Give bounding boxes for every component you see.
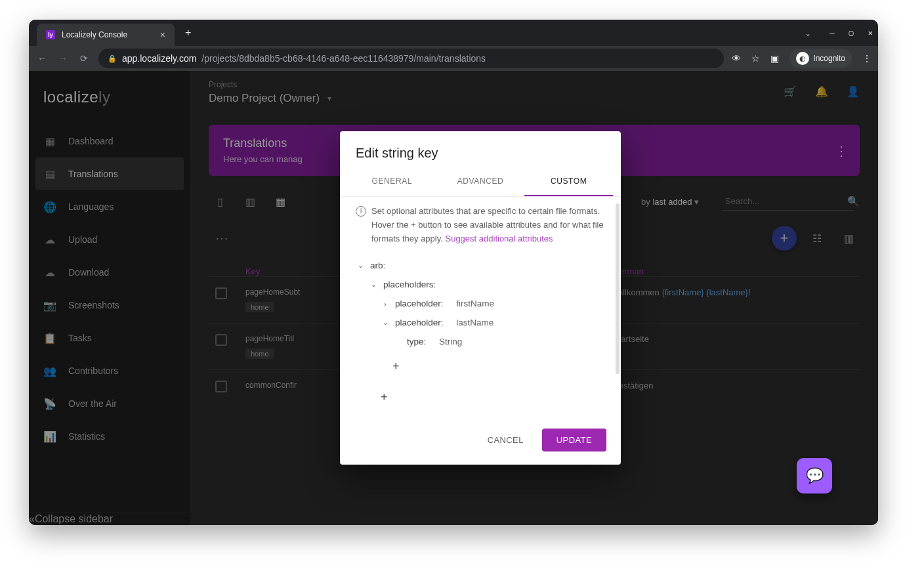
bookmark-icon[interactable]: ☆ <box>751 53 760 64</box>
tree-node-placeholders[interactable]: ⌄placeholders: <box>356 275 605 294</box>
new-tab-button[interactable]: + <box>180 24 196 41</box>
browser-titlebar: ly Localizely Console × + ⌄ — ▢ ✕ <box>29 20 878 46</box>
eye-off-icon[interactable]: 👁 <box>732 53 741 64</box>
tab-close-icon[interactable]: × <box>160 30 165 40</box>
tree-node-placeholder-lastname[interactable]: ⌄placeholder: lastName <box>356 313 605 332</box>
browser-toolbar: ← → ⟳ 🔒 app.localizely.com/projects/8dbd… <box>29 46 878 71</box>
add-attribute-button[interactable]: + <box>392 356 400 377</box>
dialog-title: Edit string key <box>340 131 621 167</box>
info-text: Set optional attributes that are specifi… <box>371 205 605 245</box>
chevron-down-icon[interactable]: ⌄ <box>381 318 390 327</box>
incognito-badge: ◐ Incognito <box>789 49 852 68</box>
url-bar[interactable]: 🔒 app.localizely.com/projects/8dbda8b5-c… <box>98 49 724 68</box>
tab-advanced[interactable]: ADVANCED <box>436 167 525 196</box>
tree-node-type: type: String <box>356 332 605 351</box>
cancel-button[interactable]: CANCEL <box>481 430 530 450</box>
tab-title: Localizely Console <box>62 30 127 39</box>
url-host: app.localizely.com <box>122 53 196 64</box>
update-button[interactable]: UPDATE <box>542 429 606 452</box>
add-placeholder-button[interactable]: + <box>381 387 388 408</box>
chevron-right-icon[interactable]: › <box>381 300 390 308</box>
chevron-down-icon[interactable]: ⌄ <box>356 261 365 270</box>
forward-icon[interactable]: → <box>56 53 70 64</box>
tree-node-placeholder-firstname[interactable]: ›placeholder: firstName <box>356 294 605 313</box>
url-path: /projects/8dbda8b5-cb68-4146-a648-eec116… <box>201 53 486 64</box>
favicon-icon: ly <box>46 30 55 39</box>
chat-fab[interactable]: 💬 <box>797 458 832 494</box>
browser-tab[interactable]: ly Localizely Console × <box>37 24 175 46</box>
chat-icon: 💬 <box>806 467 824 484</box>
chevron-down-icon[interactable]: ⌄ <box>369 280 378 289</box>
browser-menu-icon[interactable]: ⋮ <box>862 53 872 64</box>
edit-string-key-dialog: Edit string key GENERAL ADVANCED CUSTOM … <box>340 131 621 465</box>
panel-icon[interactable]: ▣ <box>770 53 779 64</box>
lock-icon: 🔒 <box>108 54 117 63</box>
info-icon: i <box>356 206 366 217</box>
window-minimize-icon[interactable]: — <box>830 28 834 37</box>
tab-search-icon[interactable]: ⌄ <box>806 30 810 37</box>
reload-icon[interactable]: ⟳ <box>77 53 91 64</box>
tab-custom[interactable]: CUSTOM <box>524 167 613 196</box>
incognito-icon: ◐ <box>796 52 809 65</box>
dialog-scrollbar[interactable] <box>616 203 620 374</box>
back-icon[interactable]: ← <box>35 53 49 64</box>
tab-general[interactable]: GENERAL <box>348 167 436 196</box>
suggest-attributes-link[interactable]: Suggest additional attributes <box>445 234 553 243</box>
tree-node-arb[interactable]: ⌄arb: <box>356 256 605 275</box>
window-maximize-icon[interactable]: ▢ <box>849 28 854 37</box>
window-close-icon[interactable]: ✕ <box>868 28 873 37</box>
